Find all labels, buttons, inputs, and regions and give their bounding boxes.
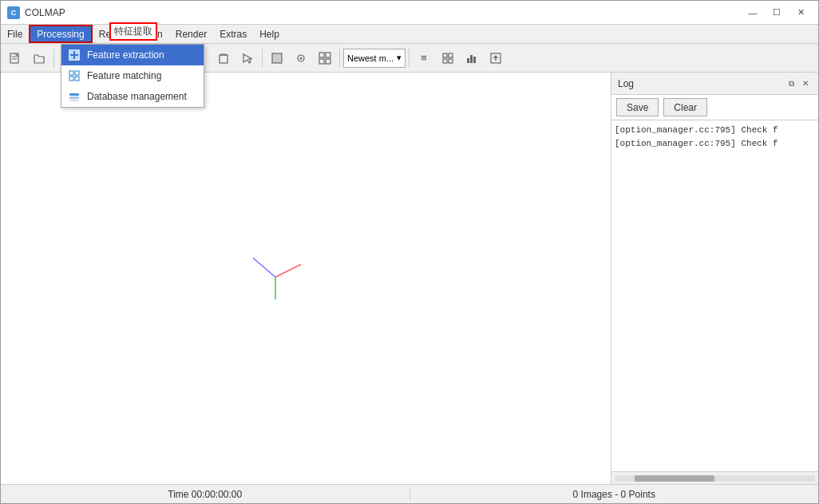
log-close-button[interactable]: ✕ — [799, 77, 812, 90]
database-icon — [68, 90, 81, 103]
status-info: 0 Images - 0 Points — [410, 489, 819, 500]
svg-rect-6 — [75, 71, 79, 75]
svg-rect-34 — [470, 55, 473, 63]
log-line-1: [option_manager.cc:795] Check f — [615, 124, 815, 137]
log-line-2: [option_manager.cc:795] Check f — [615, 137, 815, 151]
toolbar-sep6 — [409, 49, 410, 68]
feature-extraction-icon — [68, 49, 81, 61]
svg-rect-26 — [326, 53, 330, 57]
window-controls: — ☐ ✕ — [742, 5, 812, 21]
log-horizontal-scrollbar[interactable] — [611, 471, 818, 484]
log-float-button[interactable]: ⧉ — [785, 77, 797, 90]
menu-extras[interactable]: Extras — [213, 25, 253, 43]
svg-rect-3 — [70, 56, 73, 59]
toolbar-sep1 — [53, 49, 54, 68]
main-window: C COLMAP — ☐ ✕ File Processing Reconstru… — [0, 0, 819, 504]
coordinate-axes — [243, 246, 307, 309]
svg-point-24 — [300, 57, 303, 59]
main-content: Log ⧉ ✕ Save Clear [option_manager.cc:79… — [1, 73, 818, 484]
svg-rect-1 — [70, 51, 73, 54]
svg-rect-22 — [272, 53, 282, 63]
log-header: Log ⧉ ✕ — [611, 73, 818, 95]
processing-dropdown: Feature extraction 特征提取 Feature matching — [61, 44, 204, 108]
log-title: Log — [618, 78, 634, 89]
toolbar-list[interactable]: ≡ — [413, 47, 435, 69]
svg-rect-27 — [319, 59, 324, 64]
log-clear-button[interactable]: Clear — [663, 98, 707, 116]
toolbar-export[interactable] — [485, 47, 507, 69]
statusbar: Time 00:00:00:00 0 Images - 0 Points — [1, 484, 818, 503]
svg-rect-11 — [69, 100, 79, 101]
svg-rect-21 — [220, 55, 228, 63]
toolbar-open[interactable] — [28, 47, 50, 69]
svg-line-38 — [253, 258, 275, 278]
menu-help[interactable]: Help — [253, 25, 286, 43]
dropdown-item-feature-extraction[interactable]: Feature extraction — [61, 45, 204, 65]
svg-rect-2 — [75, 51, 78, 54]
status-time: Time 00:00:00:00 — [1, 489, 410, 500]
toolbar-rect[interactable] — [266, 47, 288, 69]
log-header-controls: ⧉ ✕ — [785, 77, 812, 90]
log-panel: Log ⧉ ✕ Save Clear [option_manager.cc:79… — [611, 73, 818, 484]
toolbar-point[interactable] — [290, 47, 312, 69]
svg-rect-8 — [75, 77, 79, 81]
close-button[interactable]: ✕ — [789, 5, 812, 21]
axes-container — [243, 246, 307, 312]
titlebar: C COLMAP — ☐ ✕ — [1, 1, 818, 25]
dropdown-item-database[interactable]: Database management — [61, 86, 204, 107]
log-toolbar: Save Clear — [611, 95, 818, 120]
svg-rect-25 — [319, 53, 324, 57]
toolbar-bar-chart[interactable] — [461, 47, 483, 69]
svg-rect-35 — [473, 57, 476, 63]
toolbar-sep5 — [339, 49, 340, 68]
menu-file[interactable]: File — [1, 25, 29, 43]
log-save-button[interactable]: Save — [616, 98, 659, 116]
toolbar-sep4 — [262, 49, 263, 68]
toolbar-select[interactable] — [236, 47, 259, 69]
feature-matching-icon — [68, 69, 81, 82]
menu-processing[interactable]: Processing — [29, 25, 92, 43]
svg-rect-31 — [443, 59, 447, 63]
toolbar-grid[interactable] — [437, 47, 459, 69]
viewport[interactable] — [1, 73, 611, 484]
menubar: File Processing Reconstruction Render Ex… — [1, 25, 818, 44]
scroll-track[interactable] — [615, 475, 815, 482]
svg-rect-32 — [449, 59, 453, 63]
svg-rect-33 — [467, 58, 469, 63]
toolbar-paste[interactable] — [212, 47, 235, 69]
svg-rect-4 — [75, 56, 78, 59]
svg-rect-29 — [443, 53, 447, 57]
maximize-button[interactable]: ☐ — [766, 5, 788, 21]
dropdown-item-feature-matching[interactable]: Feature matching — [61, 65, 204, 86]
svg-rect-5 — [69, 71, 73, 75]
toolbar-view[interactable] — [314, 47, 336, 69]
svg-rect-7 — [69, 77, 73, 81]
app-icon: C — [7, 6, 20, 19]
menu-render[interactable]: Render — [169, 25, 213, 43]
log-content[interactable]: [option_manager.cc:795] Check f [option_… — [611, 120, 818, 471]
svg-rect-9 — [69, 93, 79, 96]
svg-rect-30 — [449, 53, 453, 57]
app-title: COLMAP — [25, 7, 742, 18]
toolbar-new[interactable] — [4, 47, 26, 69]
chinese-annotation: 特征提取 — [109, 22, 157, 41]
svg-rect-10 — [69, 96, 79, 99]
view-mode-dropdown[interactable]: Newest m... ▾ — [343, 49, 406, 68]
scroll-thumb[interactable] — [635, 475, 714, 482]
svg-line-39 — [275, 265, 301, 278]
minimize-button[interactable]: — — [742, 5, 764, 21]
svg-rect-28 — [326, 59, 330, 64]
